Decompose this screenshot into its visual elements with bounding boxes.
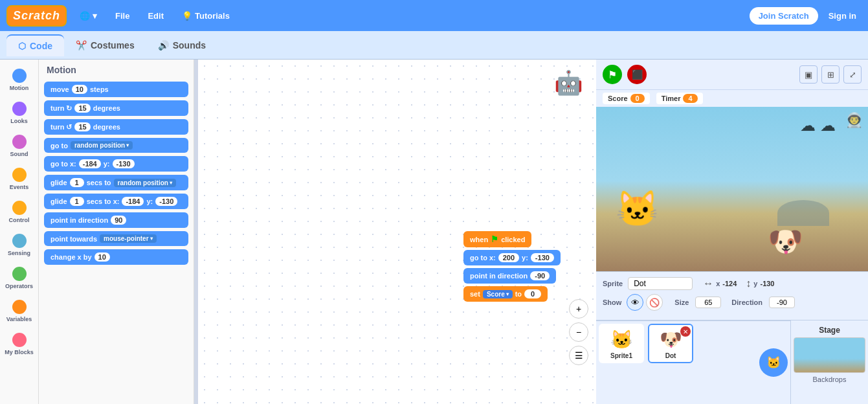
show-hidden-button[interactable]: 🚫 bbox=[646, 294, 663, 311]
tab-code[interactable]: ⬡ Code bbox=[6, 34, 64, 56]
block-script-point[interactable]: point in direction -90 bbox=[463, 268, 556, 284]
stage-controls: ⚑ ⬛ ▣ ⊞ ⤢ bbox=[596, 60, 868, 90]
full-stage-icon: ⊞ bbox=[827, 70, 834, 80]
timer-value: 4 bbox=[683, 94, 697, 103]
block-script-set[interactable]: set Score ▾ to 0 bbox=[463, 286, 548, 302]
sprite-dog: 🐶 bbox=[768, 225, 803, 258]
direction-value: -90 bbox=[769, 297, 795, 308]
file-menu-button[interactable]: File bbox=[110, 8, 135, 23]
show-buttons: 👁 🚫 bbox=[627, 294, 663, 311]
zoom-in-icon: + bbox=[576, 304, 581, 314]
tab-costumes[interactable]: ✂️ Costumes bbox=[64, 35, 146, 56]
sidebar-item-events[interactable]: Events bbox=[1, 164, 38, 194]
fullscreen-icon: ⤢ bbox=[849, 70, 856, 80]
backdrops-link[interactable]: Backdrops bbox=[813, 373, 847, 383]
stage-right-col: Stage Backdrops bbox=[790, 320, 868, 404]
block-point-dir[interactable]: point in direction 90 bbox=[44, 212, 188, 228]
script-area[interactable]: 🤖 when ⚑ clicked go to x: 200 y: -130 bbox=[198, 60, 596, 404]
hud-timer: Timer 4 bbox=[656, 93, 703, 104]
main-area: Motion Looks Sound Events Control Sensin… bbox=[0, 60, 868, 404]
sidebar-item-variables[interactable]: Variables bbox=[1, 296, 38, 326]
sound-icon: 🔊 bbox=[158, 40, 169, 50]
sprite-thumb-dot[interactable]: ✕ 🐶 Dot bbox=[648, 324, 693, 363]
sprite-cat: 🐱 bbox=[616, 188, 659, 229]
blocks-panel: Motion move 10 steps turn ↻ 15 degrees t… bbox=[39, 60, 194, 404]
fullscreen-button[interactable]: ⤢ bbox=[843, 65, 862, 84]
sprites-list: 🐱 Sprite1 ✕ 🐶 Dot 🐱 bbox=[596, 320, 790, 404]
blocks-panel-title: Motion bbox=[44, 65, 188, 75]
green-flag-button[interactable]: ⚑ bbox=[603, 65, 622, 84]
globe-icon: 🌐 bbox=[80, 11, 90, 21]
add-sprite-icon: 🐱 bbox=[766, 355, 781, 370]
full-stage-button[interactable]: ⊞ bbox=[821, 65, 840, 84]
globe-button[interactable]: 🌐 ▾ bbox=[74, 8, 102, 23]
lightbulb-icon: 💡 bbox=[182, 11, 192, 21]
tab-sounds[interactable]: 🔊 Sounds bbox=[146, 35, 217, 56]
tab-bar: ⬡ Code ✂️ Costumes 🔊 Sounds bbox=[0, 31, 868, 60]
block-goto-xy[interactable]: go to x: -184 y: -130 bbox=[44, 156, 188, 172]
scratch-logo[interactable]: Scratch bbox=[6, 5, 67, 27]
sprite-canvas-preview: 🤖 bbox=[554, 69, 583, 96]
green-flag-icon: ⚑ bbox=[608, 69, 617, 81]
small-stage-button[interactable]: ▣ bbox=[799, 65, 818, 84]
sidebar-item-sound[interactable]: Sound bbox=[1, 131, 38, 161]
hud-bar: Score 0 Timer 4 bbox=[596, 90, 868, 107]
stop-icon: ⬛ bbox=[632, 69, 643, 80]
block-change-x[interactable]: change x by 10 bbox=[44, 249, 188, 265]
mountain-decor bbox=[777, 200, 829, 226]
block-script-goto[interactable]: go to x: 200 y: -130 bbox=[463, 250, 561, 265]
hud-score: Score 0 bbox=[603, 93, 650, 104]
block-turn-ccw[interactable]: turn ↺ 15 degrees bbox=[44, 119, 188, 135]
zoom-out-button[interactable]: − bbox=[569, 322, 588, 342]
stage-thumbnail[interactable] bbox=[794, 337, 865, 373]
zoom-in-button[interactable]: + bbox=[569, 299, 588, 319]
right-panel: ⚑ ⬛ ▣ ⊞ ⤢ Score 0 bbox=[596, 60, 868, 404]
sidebar-item-control[interactable]: Control bbox=[1, 197, 38, 227]
zoom-out-icon: − bbox=[576, 327, 581, 337]
block-move[interactable]: move 10 steps bbox=[44, 82, 188, 97]
costume-icon: ✂️ bbox=[76, 40, 87, 50]
stage-background: ☁ ☁ 🐱 🐶 👨‍🚀 bbox=[596, 107, 868, 271]
code-icon: ⬡ bbox=[18, 41, 26, 51]
remove-sprite-button[interactable]: ✕ bbox=[680, 326, 691, 337]
score-value: 0 bbox=[630, 94, 645, 103]
flag-icon: ⚑ bbox=[491, 234, 498, 244]
top-nav: Scratch 🌐 ▾ File Edit 💡 Tutorials Join S… bbox=[0, 0, 868, 31]
sidebar-item-sensing[interactable]: Sensing bbox=[1, 230, 38, 260]
sprite-name-input[interactable] bbox=[628, 277, 693, 290]
zoom-reset-icon: ☰ bbox=[575, 350, 583, 361]
signin-link[interactable]: Sign in bbox=[823, 8, 862, 23]
sidebar-item-motion[interactable]: Motion bbox=[1, 65, 38, 95]
stage-label: Stage bbox=[816, 323, 843, 337]
zoom-reset-button[interactable]: ☰ bbox=[569, 346, 588, 365]
categories-sidebar: Motion Looks Sound Events Control Sensin… bbox=[0, 60, 39, 404]
add-sprite-button[interactable]: 🐱 bbox=[759, 348, 788, 377]
block-glide-xy[interactable]: glide 1 secs to x: -184 y: -130 bbox=[44, 194, 188, 209]
edit-menu-button[interactable]: Edit bbox=[142, 8, 169, 23]
stage-canvas: ☁ ☁ 🐱 🐶 👨‍🚀 bbox=[596, 107, 868, 271]
script-block-group: when ⚑ clicked go to x: 200 y: -130 poin… bbox=[463, 231, 561, 304]
join-scratch-button[interactable]: Join Scratch bbox=[750, 7, 818, 25]
globe-chevron: ▾ bbox=[93, 11, 97, 21]
block-point-towards[interactable]: point towards mouse-pointer ▾ bbox=[44, 231, 188, 246]
sidebar-item-operators[interactable]: Operators bbox=[1, 263, 38, 293]
cloud-decor: ☁ ☁ bbox=[800, 117, 836, 135]
sprite-thumb-sprite1[interactable]: 🐱 Sprite1 bbox=[599, 324, 644, 363]
block-turn-cw[interactable]: turn ↻ 15 degrees bbox=[44, 100, 188, 116]
sprite-info: Sprite ↔ x -124 ↕ y -130 Show 👁 🚫 bbox=[596, 271, 868, 320]
block-goto[interactable]: go to random position ▾ bbox=[44, 138, 188, 153]
block-glide-random[interactable]: glide 1 secs to random position ▾ bbox=[44, 175, 188, 190]
stop-button[interactable]: ⬛ bbox=[627, 65, 647, 84]
small-stage-icon: ▣ bbox=[805, 70, 812, 80]
tutorials-button[interactable]: 💡 Tutorials bbox=[177, 8, 235, 23]
bottom-area: 🐱 Sprite1 ✕ 🐶 Dot 🐱 Stage Backdrops bbox=[596, 320, 868, 404]
script-controls: + − ☰ bbox=[569, 299, 588, 365]
block-when-flag[interactable]: when ⚑ clicked bbox=[463, 231, 531, 247]
astronaut-icon: 👨‍🚀 bbox=[845, 112, 863, 129]
size-value: 65 bbox=[695, 297, 721, 308]
sidebar-item-myblocks[interactable]: My Blocks bbox=[1, 329, 38, 359]
show-visible-button[interactable]: 👁 bbox=[627, 294, 643, 311]
sidebar-item-looks[interactable]: Looks bbox=[1, 98, 38, 128]
